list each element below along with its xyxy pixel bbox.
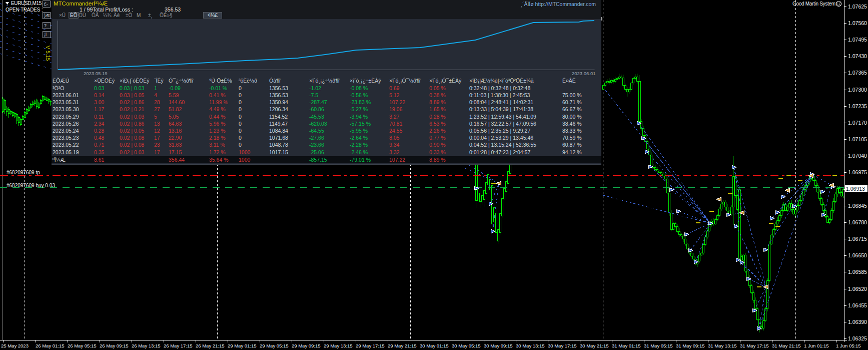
svg-text:31 May 21:15: 31 May 21:15	[772, 343, 801, 348]
svg-text:£-: £-	[44, 2, 48, 7]
svg-text:1.06585: 1.06585	[848, 269, 867, 275]
svg-text:31 May 17:15: 31 May 17:15	[740, 343, 769, 348]
svg-text:1.06913: 1.06913	[846, 186, 865, 192]
svg-text:29 May 17:15: 29 May 17:15	[356, 343, 385, 348]
svg-text:30 May 05:15: 30 May 05:15	[452, 343, 481, 348]
svg-text:26 May 21:15: 26 May 21:15	[196, 343, 225, 348]
svg-text:30 May 13:15: 30 May 13:15	[516, 343, 545, 348]
svg-text:1 Jun 01:15: 1 Jun 01:15	[804, 343, 829, 348]
svg-text:1.07105: 1.07105	[848, 136, 867, 142]
svg-text:Good Martin System: Good Martin System	[792, 1, 835, 7]
svg-text:1.06780: 1.06780	[848, 219, 867, 225]
svg-text:29 May 01:15: 29 May 01:15	[228, 343, 257, 348]
svg-text:1.06455: 1.06455	[848, 302, 867, 308]
svg-text:26 May 01:15: 26 May 01:15	[36, 343, 65, 348]
svg-text:¡l: ¡l	[44, 32, 47, 37]
svg-text:26 May 05:15: 26 May 05:15	[68, 343, 97, 348]
svg-text:1.07300: 1.07300	[848, 87, 867, 93]
svg-text:1.07170: 1.07170	[848, 120, 867, 126]
svg-text:)Æ: )Æ	[44, 13, 50, 18]
svg-text:1.06390: 1.06390	[848, 319, 867, 325]
svg-text:31 May 01:15: 31 May 01:15	[612, 343, 641, 348]
svg-text:1.06845: 1.06845	[848, 203, 867, 209]
svg-text:26 May 17:15: 26 May 17:15	[164, 343, 193, 348]
svg-text:1.07235: 1.07235	[848, 103, 867, 109]
svg-text:31 May 05:15: 31 May 05:15	[644, 343, 673, 348]
svg-text:V 5.15: V 5.15	[45, 46, 51, 61]
svg-text:1.07430: 1.07430	[848, 53, 867, 59]
svg-text:1.07040: 1.07040	[848, 153, 867, 159]
svg-text:EURUSD,M15: EURUSD,M15	[11, 1, 42, 6]
svg-text:31 May 13:15: 31 May 13:15	[708, 343, 737, 348]
svg-text:1.06715: 1.06715	[848, 236, 867, 242]
svg-text:26 May 09:15: 26 May 09:15	[100, 343, 129, 348]
svg-text:1.07365: 1.07365	[848, 70, 867, 76]
svg-text:1.06520: 1.06520	[848, 286, 867, 292]
svg-text:1.07625: 1.07625	[848, 4, 867, 10]
svg-text:29 May 09:15: 29 May 09:15	[292, 343, 321, 348]
svg-text:25 May 2023: 25 May 2023	[1, 343, 29, 348]
svg-text:31 May 09:15: 31 May 09:15	[676, 343, 705, 348]
svg-text:?: ?	[44, 23, 47, 28]
svg-text:30 May 21:15: 30 May 21:15	[580, 343, 609, 348]
svg-text:26 May 13:15: 26 May 13:15	[132, 343, 161, 348]
svg-text:29 May 13:15: 29 May 13:15	[324, 343, 353, 348]
svg-text:#682097609 tp: #682097609 tp	[7, 170, 40, 175]
svg-text:30 May 01:15: 30 May 01:15	[420, 343, 449, 348]
svg-text:29 May 05:15: 29 May 05:15	[260, 343, 289, 348]
svg-text:30 May 09:15: 30 May 09:15	[484, 343, 513, 348]
svg-text:1.07560: 1.07560	[848, 20, 867, 26]
svg-text:29 May 21:15: 29 May 21:15	[388, 343, 417, 348]
svg-text:1.07495: 1.07495	[848, 37, 867, 43]
svg-text:1.06325: 1.06325	[848, 335, 867, 341]
svg-text:1 Jun 05:15: 1 Jun 05:15	[836, 343, 861, 348]
svg-text:OPEN TRADES :: OPEN TRADES :	[6, 7, 43, 13]
svg-text:1.06975: 1.06975	[848, 169, 867, 175]
svg-text:1.06650: 1.06650	[848, 252, 867, 258]
svg-text:30 May 17:15: 30 May 17:15	[548, 343, 577, 348]
svg-text:#682097609 buy 0.03: #682097609 buy 0.03	[7, 183, 55, 188]
